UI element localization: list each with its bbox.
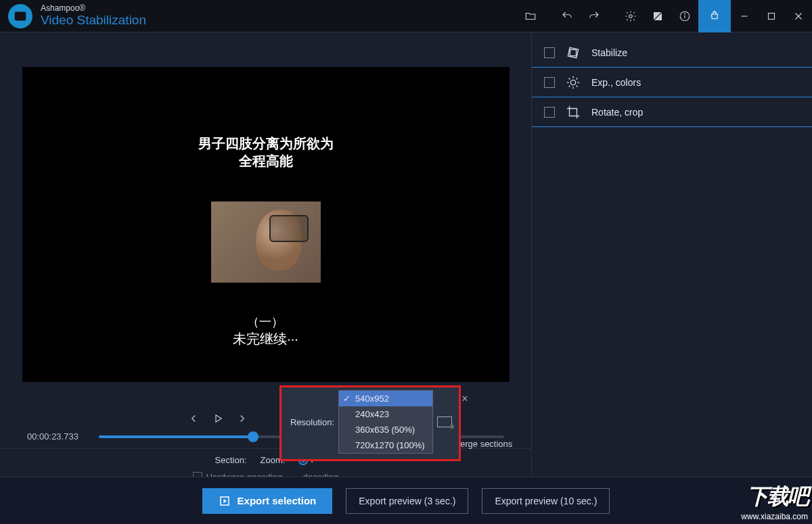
play-icon[interactable] (210, 411, 225, 426)
export-preview-3-button[interactable]: Export preview (3 sec.) (346, 488, 468, 514)
tool-stabilize[interactable]: Stabilize (532, 38, 812, 68)
folder-icon[interactable] (517, 0, 544, 32)
brand-icon (8, 4, 32, 28)
section-label: Section: (215, 455, 247, 465)
resolution-option[interactable]: 720x1270 (100%) (339, 437, 432, 453)
popup-close-icon[interactable]: × (459, 393, 471, 405)
export-preview-3-label: Export preview (3 sec.) (359, 496, 455, 506)
svg-line-21 (569, 78, 570, 79)
exposure-checkbox[interactable] (544, 77, 555, 88)
maximize-icon[interactable] (758, 0, 785, 32)
svg-rect-15 (570, 49, 576, 55)
export-icon (219, 495, 231, 507)
resolution-option[interactable]: 360x635 (50%) (339, 422, 432, 437)
export-preview-10-button[interactable]: Export preview (10 sec.) (482, 488, 610, 514)
settings-icon[interactable] (617, 0, 644, 32)
crop-icon (566, 105, 581, 120)
svg-marker-11 (216, 415, 221, 423)
resolution-label: Resolution: (288, 417, 334, 427)
note-icon[interactable] (644, 0, 671, 32)
resolution-option-selected[interactable]: 540x952 (339, 391, 432, 406)
undo-icon[interactable] (554, 0, 581, 32)
video-thumbnail (211, 201, 321, 283)
svg-rect-8 (769, 14, 775, 20)
merge-sections-checkbox[interactable]: erge sections (460, 439, 512, 449)
resolution-option[interactable]: 240x423 (339, 406, 432, 422)
next-frame-icon[interactable] (235, 411, 250, 426)
svg-line-23 (569, 85, 570, 87)
app-title: Video Stabilization (41, 14, 146, 28)
timecode: 00:00:23.733 (27, 431, 88, 442)
snapshot-icon[interactable] (437, 416, 452, 427)
export-selection-button[interactable]: Export selection (202, 488, 333, 514)
tool-label: Stabilize (591, 47, 627, 58)
minimize-icon[interactable] (731, 0, 758, 32)
tool-label: Exp., colors (591, 77, 641, 88)
tool-rotate-crop[interactable]: Rotate, crop (532, 97, 812, 127)
svg-point-2 (22, 15, 23, 16)
redo-icon[interactable] (581, 0, 608, 32)
svg-point-6 (685, 14, 685, 14)
right-panel: Stabilize Exp., colors Rotate, crop (531, 32, 812, 524)
svg-line-24 (577, 78, 578, 79)
video-container: 男子四肢分离为所欲为 全程高能 （一） 未完继续··· (0, 32, 531, 404)
app-logo: Ashampoo® Video Stabilization (0, 4, 146, 28)
tool-exposure[interactable]: Exp., colors (532, 68, 812, 97)
video-caption-2: 全程高能 (198, 152, 334, 170)
sun-icon (566, 75, 581, 90)
video-caption-1: 男子四肢分离为所欲为 (198, 135, 334, 152)
brand-text: Ashampoo® (41, 4, 146, 13)
titlebar-actions (517, 0, 812, 32)
svg-rect-0 (15, 11, 26, 20)
export-preview-10-label: Export preview (10 sec.) (495, 496, 597, 506)
titlebar: Ashampoo® Video Stabilization (0, 0, 812, 32)
video-frame[interactable]: 男子四肢分离为所欲为 全程高能 （一） 未完继续··· (22, 67, 510, 382)
svg-rect-14 (568, 47, 578, 57)
close-icon[interactable] (785, 0, 812, 32)
svg-point-1 (18, 15, 19, 16)
watermark-url: www.xiazaiba.com (741, 512, 808, 521)
timeline-thumb[interactable] (248, 431, 258, 442)
stabilize-icon (566, 45, 581, 60)
watermark-logo: 下载吧 (741, 482, 808, 512)
video-content: 男子四肢分离为所欲为 全程高能 （一） 未完继续··· (177, 67, 355, 382)
prev-frame-icon[interactable] (186, 411, 201, 426)
resolution-popup: × Resolution: 540x952 240x423 360x635 (5… (279, 385, 461, 461)
info-icon[interactable] (671, 0, 698, 32)
svg-point-3 (629, 15, 633, 18)
video-caption-3: （一） (233, 314, 298, 330)
svg-point-16 (570, 80, 575, 85)
crop-checkbox[interactable] (544, 107, 555, 118)
cart-icon[interactable] (698, 0, 731, 32)
video-caption-4: 未完继续··· (233, 330, 298, 348)
stabilize-checkbox[interactable] (544, 47, 555, 58)
export-primary-label: Export selection (238, 495, 317, 506)
export-bar: Export selection Export preview (3 sec.)… (0, 477, 812, 524)
resolution-dropdown[interactable]: 540x952 240x423 360x635 (50%) 720x1270 (… (338, 390, 433, 454)
watermark: 下载吧 www.xiazaiba.com (741, 482, 808, 521)
svg-line-22 (577, 85, 578, 87)
tool-label: Rotate, crop (591, 107, 643, 118)
